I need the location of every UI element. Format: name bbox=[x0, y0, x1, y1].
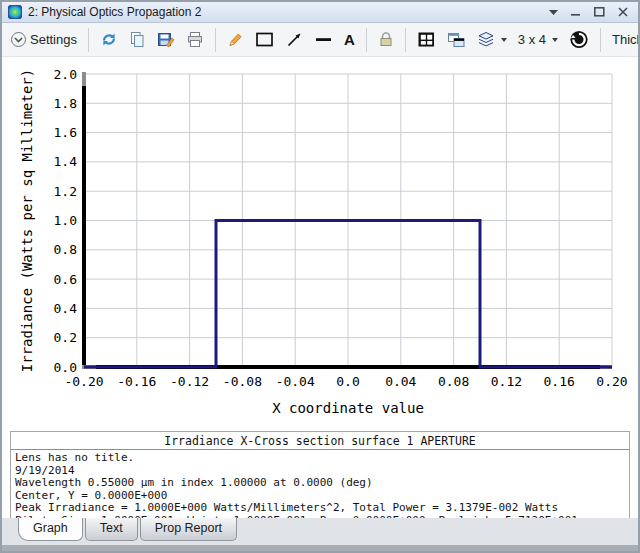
analysis-title: Irradiance X-Cross section surface 1 APE… bbox=[11, 432, 629, 450]
line-tool-icon bbox=[314, 31, 333, 48]
maximize-button[interactable] bbox=[594, 7, 605, 17]
copy-button[interactable] bbox=[126, 29, 149, 50]
toolbar-separator bbox=[215, 28, 216, 52]
svg-text:0.4: 0.4 bbox=[54, 301, 78, 316]
svg-text:-0.16: -0.16 bbox=[117, 374, 156, 389]
svg-text:0.20: 0.20 bbox=[596, 374, 627, 389]
svg-text:0.2: 0.2 bbox=[54, 330, 77, 345]
analysis-line: Lens has no title. bbox=[15, 452, 625, 465]
arrow-annotation-button[interactable] bbox=[283, 29, 306, 50]
grid-size-label: 3 x 4 bbox=[518, 32, 546, 47]
tab-text[interactable]: Text bbox=[85, 518, 138, 541]
print-button[interactable] bbox=[183, 29, 207, 50]
line-thickness-dropdown[interactable]: Thickest bbox=[609, 30, 640, 49]
minimize-button[interactable] bbox=[571, 8, 581, 17]
arrow-tool-icon bbox=[286, 31, 303, 48]
svg-text:-0.20: -0.20 bbox=[64, 374, 103, 389]
svg-text:2.0: 2.0 bbox=[54, 67, 77, 82]
svg-text:0.16: 0.16 bbox=[544, 374, 575, 389]
copy-to-window-button[interactable] bbox=[444, 29, 469, 50]
layers-icon bbox=[477, 31, 495, 48]
window-bottom-strip bbox=[2, 545, 638, 551]
copy-to-window-icon bbox=[447, 31, 466, 48]
bottom-tabbar: Graph Text Prop Report bbox=[2, 518, 638, 551]
pencil-annotation-button[interactable] bbox=[224, 29, 247, 50]
lock-window-button[interactable] bbox=[375, 29, 397, 50]
copy-icon bbox=[129, 31, 146, 48]
svg-text:0.0: 0.0 bbox=[336, 374, 359, 389]
save-icon bbox=[157, 31, 175, 48]
toolbar-separator bbox=[366, 28, 367, 52]
svg-text:X coordinate value: X coordinate value bbox=[272, 400, 424, 416]
svg-text:0.8: 0.8 bbox=[54, 242, 77, 257]
svg-text:0.04: 0.04 bbox=[385, 374, 416, 389]
layers-button[interactable] bbox=[474, 29, 510, 50]
lock-icon bbox=[378, 31, 394, 48]
svg-text:1.0: 1.0 bbox=[54, 213, 77, 228]
chart-svg: 0.00.20.40.60.81.01.21.41.61.82.0-0.20-0… bbox=[2, 57, 638, 429]
toolbar-separator bbox=[405, 28, 406, 52]
settings-button[interactable]: Settings bbox=[8, 30, 80, 49]
svg-text:-0.12: -0.12 bbox=[170, 374, 209, 389]
save-button[interactable] bbox=[154, 29, 178, 50]
irradiance-chart: 0.00.20.40.60.81.01.21.41.61.82.0-0.20-0… bbox=[2, 57, 638, 429]
svg-text:1.2: 1.2 bbox=[54, 184, 77, 199]
window-title: 2: Physical Optics Propagation 2 bbox=[28, 5, 549, 19]
analysis-text-panel: Irradiance X-Cross section surface 1 APE… bbox=[10, 431, 630, 519]
pencil-tool-icon bbox=[227, 31, 244, 48]
update-icon bbox=[569, 30, 589, 49]
line-annotation-button[interactable] bbox=[311, 29, 336, 50]
analysis-line: Wavelength 0.55000 µm in index 1.00000 a… bbox=[15, 477, 625, 490]
svg-text:0.08: 0.08 bbox=[438, 374, 469, 389]
tab-prop-report[interactable]: Prop Report bbox=[140, 518, 237, 541]
svg-text:0.6: 0.6 bbox=[54, 272, 77, 287]
grid-size-dropdown[interactable]: 3 x 4 bbox=[515, 30, 561, 49]
print-icon bbox=[186, 31, 204, 48]
rectangle-annotation-button[interactable] bbox=[252, 29, 278, 50]
svg-text:Irradiance (Watts per sq Milli: Irradiance (Watts per sq Millimeter) bbox=[19, 69, 35, 372]
svg-text:1.6: 1.6 bbox=[54, 125, 77, 140]
rectangle-tool-icon bbox=[255, 31, 275, 48]
svg-text:-0.08: -0.08 bbox=[223, 374, 262, 389]
tab-graph[interactable]: Graph bbox=[18, 518, 83, 541]
svg-text:1.4: 1.4 bbox=[54, 154, 78, 169]
svg-text:-0.04: -0.04 bbox=[276, 374, 315, 389]
layers-dropdown-caret bbox=[501, 38, 507, 42]
text-annotation-button[interactable]: A bbox=[341, 29, 358, 50]
tile-windows-button[interactable] bbox=[414, 29, 439, 50]
auto-update-button[interactable] bbox=[566, 28, 592, 51]
physical-optics-propagation-window: 2: Physical Optics Propagation 2 Setting… bbox=[0, 0, 640, 553]
toolbar-separator bbox=[600, 28, 601, 52]
grid-size-caret bbox=[552, 38, 558, 42]
close-button[interactable] bbox=[618, 7, 628, 17]
svg-text:0.0: 0.0 bbox=[54, 360, 77, 375]
tile-windows-icon bbox=[417, 31, 436, 48]
toolbar: Settings bbox=[2, 23, 638, 57]
titlebar: 2: Physical Optics Propagation 2 bbox=[2, 2, 638, 23]
settings-expander-icon bbox=[11, 32, 26, 47]
text-tool-icon: A bbox=[344, 31, 355, 48]
beam-spot-icon bbox=[8, 5, 22, 19]
refresh-button[interactable] bbox=[97, 29, 121, 50]
svg-text:0.12: 0.12 bbox=[491, 374, 522, 389]
window-menu-button[interactable] bbox=[549, 9, 558, 15]
svg-text:1.8: 1.8 bbox=[54, 96, 77, 111]
settings-label: Settings bbox=[30, 32, 77, 47]
refresh-icon bbox=[100, 31, 118, 48]
toolbar-separator bbox=[88, 28, 89, 52]
line-thickness-label: Thickest bbox=[612, 32, 640, 47]
